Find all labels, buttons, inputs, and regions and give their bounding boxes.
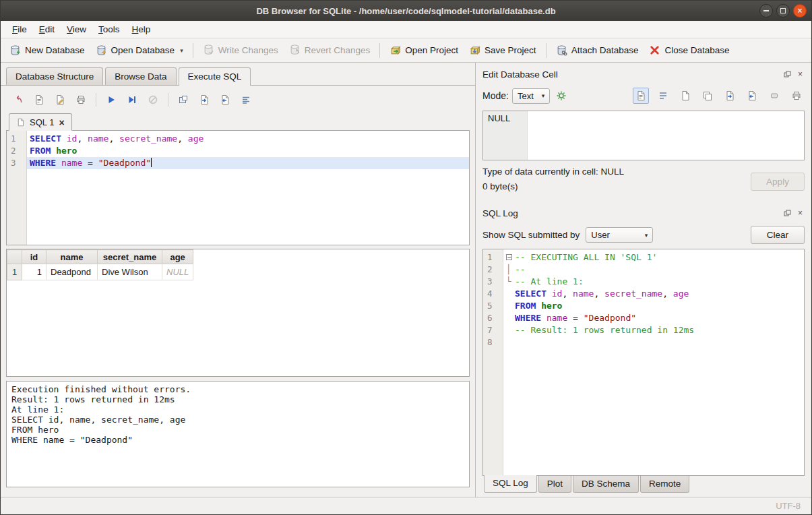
menu-edit[interactable]: Edit bbox=[33, 22, 61, 37]
set-null-icon bbox=[769, 90, 780, 101]
export-cell-data-button[interactable] bbox=[744, 88, 760, 104]
open-database-icon bbox=[96, 44, 107, 56]
collapse-marker-icon[interactable]: − bbox=[506, 254, 512, 260]
close-database-button[interactable]: Close Database bbox=[644, 41, 734, 59]
auto-format-button[interactable] bbox=[553, 88, 569, 104]
table-row: 1 1 Deadpond Dive Wilson NULL bbox=[7, 264, 193, 280]
apply-button[interactable]: Apply bbox=[751, 173, 805, 191]
column-header-name[interactable]: name bbox=[46, 250, 98, 264]
code-line: WHERE name = "Deadpond" bbox=[503, 312, 804, 324]
line-number: 3 bbox=[483, 276, 503, 288]
sql-tab[interactable]: SQL 1 × bbox=[9, 113, 72, 131]
text-view-button[interactable] bbox=[633, 88, 649, 104]
tab-browse-data[interactable]: Browse Data bbox=[105, 67, 176, 85]
import-sql-icon bbox=[199, 94, 210, 105]
revert-changes-button[interactable]: Revert Changes bbox=[284, 40, 375, 61]
new-sql-tab-button[interactable] bbox=[175, 92, 191, 108]
column-header-secret-name[interactable]: secret_name bbox=[98, 250, 162, 264]
cell-type-text: Type of data currently in cell: NULL bbox=[482, 166, 751, 181]
window-minimize-button[interactable] bbox=[759, 4, 773, 18]
stop-execution-button[interactable] bbox=[145, 92, 161, 108]
menu-tools[interactable]: Tools bbox=[92, 22, 126, 37]
write-changes-button[interactable]: Write Changes bbox=[198, 40, 283, 61]
tab-execute-sql[interactable]: Execute SQL bbox=[179, 67, 251, 86]
menu-help[interactable]: Help bbox=[126, 22, 157, 37]
tab-db-schema[interactable]: DB Schema bbox=[573, 476, 639, 493]
log-code-area: −-- EXECUTING ALL IN 'SQL 1'│--└-- At li… bbox=[503, 249, 804, 475]
word-wrap-button[interactable] bbox=[655, 88, 671, 104]
sql-toolbar bbox=[6, 88, 470, 111]
close-panel-icon[interactable]: × bbox=[796, 70, 805, 79]
tab-sql-log[interactable]: SQL Log bbox=[484, 475, 537, 493]
execute-all-button[interactable] bbox=[103, 92, 119, 108]
open-in-external-button[interactable] bbox=[677, 88, 693, 104]
import-cell-data-button[interactable] bbox=[722, 88, 738, 104]
revert-changes-label: Revert Changes bbox=[305, 45, 371, 55]
row-number[interactable]: 1 bbox=[7, 264, 22, 280]
code-line bbox=[503, 336, 804, 349]
toolbar-separator bbox=[193, 43, 193, 58]
maximize-icon bbox=[780, 8, 786, 13]
format-sql-button[interactable] bbox=[238, 92, 254, 108]
tab-plot[interactable]: Plot bbox=[538, 476, 571, 493]
line-number: 4 bbox=[483, 288, 503, 300]
window-maximize-button[interactable] bbox=[776, 4, 790, 18]
sql-tab-icon bbox=[16, 118, 25, 127]
attach-database-button[interactable]: Attach Database bbox=[551, 41, 644, 59]
set-null-button[interactable] bbox=[766, 88, 782, 104]
float-panel-icon[interactable] bbox=[783, 70, 792, 79]
menu-file[interactable]: File bbox=[6, 22, 33, 37]
format-sql-icon bbox=[241, 94, 251, 105]
open-database-dropdown-arrow[interactable]: ▾ bbox=[180, 47, 183, 54]
export-sql-button[interactable] bbox=[217, 92, 233, 108]
submitted-by-combobox[interactable]: User ▾ bbox=[586, 227, 653, 243]
sql-log-dock-icons: × bbox=[783, 209, 805, 218]
execute-all-icon bbox=[106, 94, 117, 105]
submitted-by-dropdown-arrow: ▾ bbox=[645, 232, 648, 239]
save-sql-file-as-button[interactable] bbox=[52, 92, 68, 108]
app-window: DB Browser for SQLite - /home/user/code/… bbox=[0, 0, 812, 515]
new-database-button[interactable]: New Database bbox=[5, 41, 90, 59]
tab-database-structure[interactable]: Database Structure bbox=[6, 67, 103, 85]
editor-code-area[interactable]: SELECT id, name, secret_name, ageFROM he… bbox=[27, 131, 469, 245]
column-header-id[interactable]: id bbox=[22, 250, 46, 264]
right-panel: Edit Database Cell × Mode: Text ▾ bbox=[475, 63, 811, 497]
open-project-button[interactable]: Open Project bbox=[385, 41, 463, 59]
cell-value-area[interactable] bbox=[528, 111, 804, 160]
menu-view[interactable]: View bbox=[61, 22, 92, 37]
export-cell-data-icon bbox=[747, 90, 757, 101]
print-sql-button[interactable] bbox=[73, 92, 89, 108]
attach-database-icon bbox=[556, 44, 567, 56]
sql-tab-close-icon[interactable]: × bbox=[59, 118, 64, 127]
save-project-button[interactable]: Save Project bbox=[464, 41, 541, 59]
open-database-button[interactable]: Open Database ▾ bbox=[91, 41, 188, 59]
print-cell-button[interactable] bbox=[788, 88, 805, 104]
encoding-indicator[interactable]: UTF-8 bbox=[776, 501, 801, 511]
cell-id[interactable]: 1 bbox=[22, 264, 46, 280]
window-close-button[interactable]: × bbox=[793, 4, 807, 18]
clear-log-button[interactable]: Clear bbox=[751, 226, 805, 244]
close-panel-icon[interactable]: × bbox=[796, 209, 805, 218]
word-wrap-icon bbox=[658, 90, 668, 101]
sql-editor[interactable]: 123 SELECT id, name, secret_name, ageFRO… bbox=[6, 131, 470, 245]
save-sql-file-button[interactable] bbox=[31, 92, 47, 108]
tab-remote[interactable]: Remote bbox=[640, 476, 689, 493]
line-number: 2 bbox=[483, 264, 503, 276]
settings-gear-icon bbox=[556, 90, 567, 101]
float-panel-icon[interactable] bbox=[783, 209, 792, 218]
edit-cell-toolbar: Mode: Text ▾ bbox=[482, 84, 805, 107]
column-header-age[interactable]: age bbox=[162, 250, 193, 264]
cell-value-editor[interactable]: NULL bbox=[482, 111, 805, 160]
cell-name[interactable]: Deadpond bbox=[46, 264, 98, 280]
import-sql-button[interactable] bbox=[196, 92, 212, 108]
new-sql-tab-icon bbox=[178, 94, 189, 105]
cell-age[interactable]: NULL bbox=[162, 264, 193, 280]
window-controls: × bbox=[759, 4, 807, 18]
log-line-numbers: 12345678 bbox=[483, 249, 503, 475]
mode-combobox[interactable]: Text ▾ bbox=[512, 88, 550, 104]
cell-secret-name[interactable]: Dive Wilson bbox=[98, 264, 162, 280]
line-number: 1 bbox=[7, 133, 26, 145]
copy-cell-button[interactable] bbox=[699, 88, 716, 104]
open-sql-file-button[interactable] bbox=[10, 92, 26, 108]
execute-current-line-button[interactable] bbox=[124, 92, 140, 108]
